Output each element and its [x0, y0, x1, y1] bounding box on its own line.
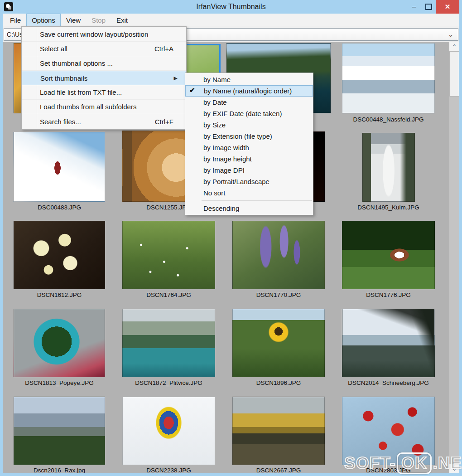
submenu-item-by-name[interactable]: by Name	[185, 74, 313, 85]
sort-thumbnails-submenu: by Name ✔by Name (natural/logic order) b…	[185, 73, 313, 215]
scroll-up-icon[interactable]: ⌃	[449, 42, 459, 51]
thumbnail-item[interactable]	[14, 397, 105, 465]
thumbnail-caption: DSCN1776.JPG	[342, 291, 435, 298]
thumbnail-caption: DSCN2014_Schneeberg.JPG	[342, 379, 435, 386]
thumbnail-caption: DSC00448_Nassfeld.JPG	[342, 116, 435, 123]
thumbnail-item[interactable]	[232, 221, 325, 289]
thumbnail-caption: DSCN1495_Kulm.JPG	[342, 204, 435, 211]
menu-exit[interactable]: Exit	[111, 14, 133, 26]
thumbnail-item[interactable]	[342, 221, 435, 289]
chevron-down-icon[interactable]: ⌄	[445, 29, 456, 40]
thumbnail-caption: DSCN2238.JPG	[122, 467, 215, 473]
menu-bar: File Options View Stop Exit	[3, 14, 459, 26]
submenu-item-by-size[interactable]: by Size	[185, 119, 313, 131]
thumbnail-item[interactable]	[232, 397, 325, 465]
soft-ok-net-watermark: SOFT-OK.NET	[344, 452, 462, 474]
menu-file[interactable]: File	[5, 14, 26, 26]
thumbnail-item[interactable]	[122, 397, 215, 465]
thumbnail-caption: DSCN1612.JPG	[14, 291, 105, 298]
submenu-item-descending[interactable]: Descending	[185, 203, 313, 214]
window-border-right	[459, 14, 462, 476]
path-value: C:\Us	[4, 31, 23, 38]
title-bar: IrfanView Thumbnails – ✕	[0, 0, 462, 14]
submenu-item-by-exif-date[interactable]: by EXIF Date (date taken)	[185, 108, 313, 119]
submenu-item-by-extension[interactable]: by Extension (file type)	[185, 131, 313, 142]
menu-item-thumbnail-options[interactable]: Set thumbnail options ...	[22, 56, 186, 71]
minimize-button[interactable]: –	[408, 0, 420, 14]
menu-item-save-layout[interactable]: Save current window layout/position	[22, 27, 186, 42]
scrollbar-thumb[interactable]	[449, 51, 459, 97]
menu-item-load-file-list[interactable]: Load file list from TXT file...	[22, 85, 186, 100]
thumbnail-item[interactable]	[342, 43, 435, 113]
submenu-item-by-image-dpi[interactable]: by Image DPI	[185, 165, 313, 176]
thumbnail-caption: DSC00483.JPG	[14, 204, 105, 211]
menu-item-load-thumbs-subfolders[interactable]: Load thumbs from all subfolders	[22, 100, 186, 114]
thumbnail-caption: DSCN1764.JPG	[122, 291, 215, 298]
submenu-item-no-sort[interactable]: No sort	[185, 187, 313, 199]
thumbnail-caption: DSCN1770.JPG	[232, 291, 325, 298]
thumbnail-caption: DSCN1872_Plitvice.JPG	[122, 379, 215, 386]
thumbnail-item[interactable]	[342, 309, 435, 377]
menu-view[interactable]: View	[61, 14, 86, 26]
thumbnail-item[interactable]	[122, 221, 215, 289]
irfanview-thumbnails-window: IrfanView Thumbnails – ✕ File Options Vi…	[0, 0, 462, 476]
options-dropdown-menu: Save current window layout/position Sele…	[21, 26, 187, 130]
maximize-icon	[425, 4, 432, 10]
menu-separator	[202, 200, 312, 201]
window-title: IrfanView Thumbnails	[0, 3, 462, 11]
menu-stop[interactable]: Stop	[86, 14, 111, 26]
thumbnail-item[interactable]	[122, 309, 215, 377]
submenu-item-by-image-height[interactable]: by Image height	[185, 153, 313, 165]
thumbnail-item[interactable]	[362, 133, 415, 202]
thumbnail-item[interactable]	[14, 221, 105, 289]
thumbnail-item[interactable]	[232, 309, 325, 377]
menu-item-select-all[interactable]: Select allCtrl+A	[22, 42, 186, 56]
menu-item-sort-thumbnails[interactable]: Sort thumbnails▶	[22, 71, 186, 85]
close-button[interactable]: ✕	[436, 0, 459, 14]
submenu-item-by-image-width[interactable]: by Image width	[185, 142, 313, 153]
menu-options[interactable]: Options	[26, 14, 61, 26]
maximize-button[interactable]	[422, 0, 435, 14]
submenu-arrow-icon: ▶	[174, 75, 181, 81]
menu-item-search-files[interactable]: Search files...Ctrl+F	[22, 114, 186, 129]
thumbnail-caption: DSCN1813_Popeye.JPG	[14, 379, 105, 386]
submenu-item-by-name-natural[interactable]: ✔by Name (natural/logic order)	[185, 85, 313, 97]
shortcut-label: Ctrl+A	[154, 45, 182, 53]
thumbnail-caption: Dscn2016_Rax.jpg	[14, 467, 105, 473]
shortcut-label: Ctrl+F	[155, 118, 182, 126]
submenu-item-by-date[interactable]: by Date	[185, 97, 313, 108]
thumbnail-item[interactable]	[14, 131, 105, 202]
submenu-item-by-portrait-landscape[interactable]: by Portrait/Landscape	[185, 176, 313, 187]
vertical-scrollbar[interactable]: ⌃ ⌄	[449, 42, 459, 473]
checkmark-icon: ✔	[189, 86, 195, 94]
thumbnail-caption: DSCN1896.JPG	[232, 379, 325, 386]
thumbnail-caption: DSCN2667.JPG	[232, 467, 325, 473]
thumbnail-item[interactable]	[14, 309, 105, 377]
